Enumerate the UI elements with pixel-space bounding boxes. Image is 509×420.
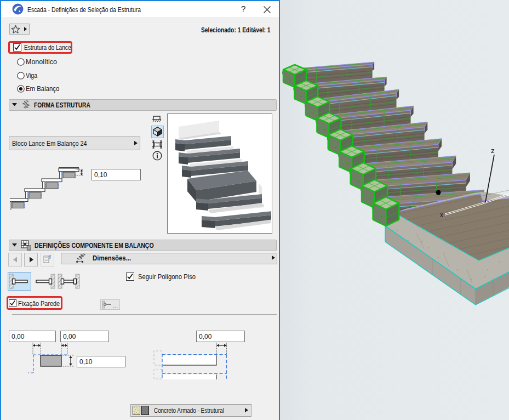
svg-text:z: z [491,146,495,155]
svg-text:x: x [440,211,443,219]
